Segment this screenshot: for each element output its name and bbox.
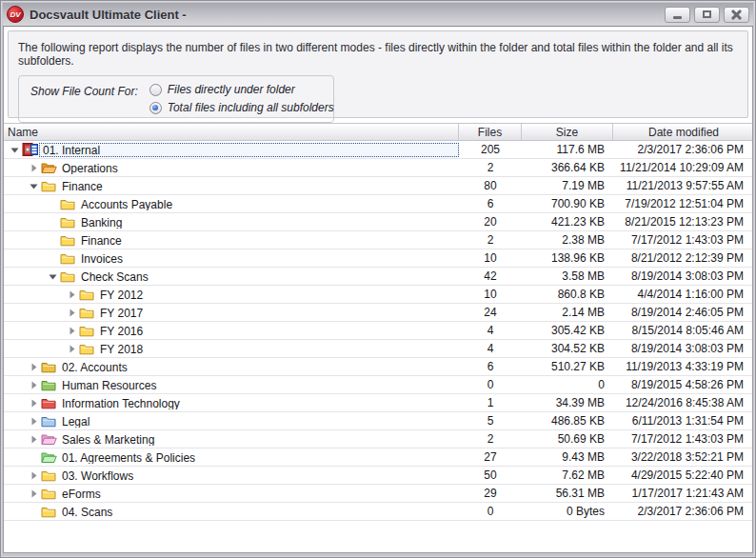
table-row[interactable]: Banking20421.23 KB8/21/2015 12:13:23 PM [4, 213, 752, 231]
date-modified-value: 8/15/2014 8:05:46 AM [613, 322, 752, 339]
date-modified-value: 8/21/2015 12:13:23 PM [613, 213, 752, 230]
table-row[interactable]: Finance22.38 MB7/17/2012 1:43:03 PM [4, 231, 752, 249]
expand-arrow-icon[interactable] [27, 358, 41, 375]
date-modified-value: 11/19/2013 4:33:19 PM [613, 358, 752, 375]
table-row[interactable]: 02. Accounts6510.27 KB11/19/2013 4:33:19… [4, 358, 752, 376]
files-count: 2 [459, 231, 522, 249]
tree-name-cell: 03. Workflows [4, 467, 459, 484]
expand-arrow-icon[interactable] [27, 430, 41, 448]
files-count: 4 [459, 322, 522, 339]
radio-files-directly-label[interactable]: Files directly under folder [168, 83, 295, 96]
column-header-date-modified[interactable]: Date modified [613, 124, 753, 140]
maximize-icon[interactable] [694, 7, 720, 23]
folder-name: 01. Internal [43, 144, 100, 157]
cabinet-icon [22, 141, 39, 158]
arrow-spacer [46, 249, 60, 267]
folder-yellow-icon [79, 322, 96, 339]
row-label-wrap: Banking [77, 215, 459, 229]
expand-arrow-icon[interactable] [27, 394, 41, 411]
files-count: 29 [459, 485, 522, 502]
files-count: 1 [459, 394, 522, 411]
folder-yellow-icon [60, 195, 77, 212]
date-modified-value: 6/11/2013 1:31:54 PM [613, 412, 752, 429]
size-value: 0 [522, 376, 613, 393]
table-row[interactable]: Legal5486.85 KB6/11/2013 1:31:54 PM [4, 412, 752, 430]
radio-total-files-label[interactable]: Total files including all subfolders [168, 101, 334, 114]
folder-lightgreen-open-icon [41, 448, 58, 466]
column-header-size[interactable]: Size [522, 124, 613, 140]
tree-indent [8, 394, 27, 411]
table-row[interactable]: FY 20164305.42 KB8/15/2014 8:05:46 AM [4, 322, 752, 340]
table-row[interactable]: FY 20184304.52 KB8/19/2014 3:08:03 PM [4, 340, 752, 358]
radio-button-icon[interactable] [149, 102, 162, 114]
radio-button-icon[interactable] [149, 84, 162, 96]
table-row[interactable]: Finance807.19 MB11/21/2013 9:57:55 AM [4, 177, 752, 195]
row-label-wrap: Accounts Payable [77, 197, 459, 211]
collapse-arrow-icon[interactable] [8, 141, 22, 158]
close-icon[interactable] [724, 7, 749, 23]
window-title: Docsvault Ultimate Client - [30, 8, 187, 22]
files-count: 6 [459, 195, 522, 212]
size-value: 421.23 KB [522, 213, 613, 230]
table-row[interactable]: FY 2017242.14 MB8/19/2014 2:46:05 PM [4, 304, 752, 322]
row-label-wrap: Check Scans [77, 269, 459, 284]
expand-arrow-icon[interactable] [65, 304, 79, 321]
column-header-name[interactable]: Name [4, 124, 459, 140]
files-count: 80 [459, 177, 522, 194]
folder-yellow-icon [79, 286, 96, 303]
tree-name-cell: Check Scans [4, 268, 459, 285]
table-row[interactable]: 03. Workflows507.62 MB4/29/2015 5:22:40 … [4, 467, 752, 485]
table-row[interactable]: Operations2366.64 KB11/21/2014 10:29:09 … [4, 159, 752, 177]
size-value: 34.39 MB [522, 394, 613, 411]
table-row[interactable]: 01. Internal205117.6 MB2/3/2017 2:36:06 … [4, 141, 752, 159]
folder-yellow-icon [60, 249, 77, 267]
expand-arrow-icon[interactable] [27, 376, 41, 393]
table-row[interactable]: 04. Scans00 Bytes2/3/2017 2:36:06 PM [4, 503, 752, 521]
row-label-wrap: eForms [58, 487, 459, 501]
title-bar[interactable]: DV Docsvault Ultimate Client - [3, 3, 753, 27]
collapse-arrow-icon[interactable] [27, 177, 41, 194]
expand-arrow-icon[interactable] [65, 286, 79, 303]
files-count: 0 [459, 376, 522, 393]
expand-arrow-icon[interactable] [65, 322, 79, 339]
table-row[interactable]: Information Technology134.39 MB12/24/201… [4, 394, 752, 412]
minimize-icon[interactable] [665, 7, 690, 23]
size-value: 9.43 MB [522, 448, 613, 466]
expand-arrow-icon[interactable] [27, 485, 41, 502]
size-value: 2.14 MB [522, 304, 613, 321]
table-row[interactable]: Human Resources008/19/2015 4:58:26 PM [4, 376, 752, 394]
column-header-files[interactable]: Files [459, 124, 522, 140]
table-row[interactable]: FY 201210860.8 KB4/4/2014 1:16:00 PM [4, 286, 752, 304]
size-value: 7.62 MB [522, 467, 613, 484]
tree-name-cell: Finance [4, 177, 459, 194]
table-row[interactable]: Invoices10138.96 KB8/21/2012 2:12:39 PM [4, 249, 752, 268]
table-row[interactable]: Sales & Marketing250.69 KB7/17/2012 1:43… [4, 430, 752, 448]
grid-header: Name Files Size Date modified [4, 123, 752, 141]
table-row[interactable]: 01. Agreements & Policies279.43 MB3/22/2… [4, 448, 752, 467]
expand-arrow-icon[interactable] [65, 340, 79, 357]
arrow-spacer [46, 195, 60, 212]
table-row[interactable]: Accounts Payable6700.90 KB7/19/2012 12:5… [4, 195, 752, 213]
table-row[interactable]: eForms2956.31 MB1/17/2017 1:21:43 AM [4, 485, 752, 503]
size-value: 486.85 KB [522, 412, 613, 429]
row-label-wrap: 03. Workflows [58, 468, 459, 483]
files-count: 10 [459, 249, 522, 267]
tree-indent [8, 231, 46, 249]
date-modified-value: 4/29/2015 5:22:40 PM [613, 467, 752, 484]
table-row[interactable]: Check Scans423.58 MB8/19/2014 3:08:03 PM [4, 268, 752, 286]
radio-total-files[interactable]: Total files including all subfolders [149, 101, 334, 114]
radio-files-directly[interactable]: Files directly under folder [149, 83, 334, 96]
expand-arrow-icon[interactable] [27, 412, 41, 429]
size-value: 510.27 KB [522, 358, 613, 375]
date-modified-value: 11/21/2014 10:29:09 AM [613, 159, 752, 176]
files-count: 20 [459, 213, 522, 230]
row-label-wrap: Finance [58, 179, 459, 193]
files-count: 10 [459, 286, 522, 303]
expand-arrow-icon[interactable] [27, 159, 41, 176]
collapse-arrow-icon[interactable] [46, 268, 60, 285]
size-value: 7.19 MB [522, 177, 613, 194]
date-modified-value: 8/21/2012 2:12:39 PM [613, 249, 752, 267]
date-modified-value: 11/21/2013 9:57:55 AM [613, 177, 752, 194]
expand-arrow-icon[interactable] [27, 467, 41, 484]
folder-red-icon [41, 394, 58, 411]
